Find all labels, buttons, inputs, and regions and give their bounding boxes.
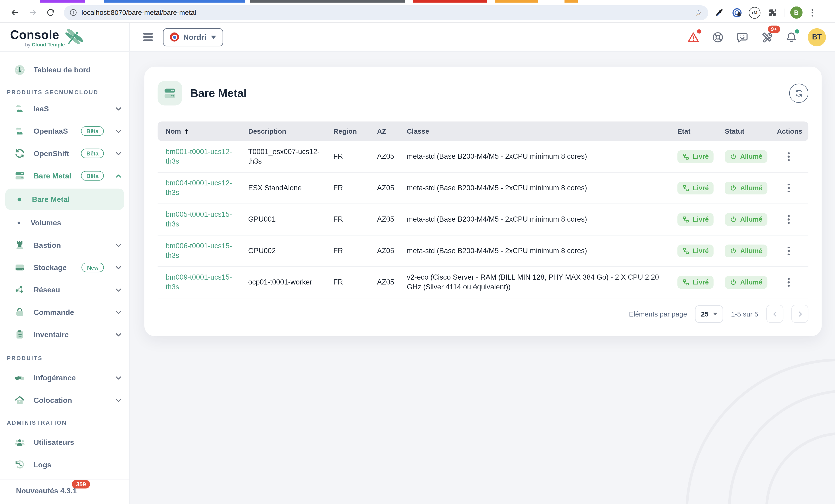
support-button[interactable] xyxy=(710,29,726,45)
house-icon xyxy=(14,394,26,406)
logo-brand: Cloud Temple xyxy=(32,42,65,47)
sidebar-subitem-volumes[interactable]: Volumes xyxy=(0,211,129,234)
browser-profile-avatar[interactable]: B xyxy=(790,6,802,19)
server-link[interactable]: bm009-t0001-ucs15-th3s xyxy=(166,273,232,291)
server-link[interactable]: bm005-t0001-ucs15-th3s xyxy=(166,210,232,228)
cell-description: T0001_esx007-ucs12-th3s xyxy=(248,147,333,166)
password-manager-extension-icon[interactable] xyxy=(731,7,743,19)
server-link[interactable]: bm004-t0001-ucs12-th3s xyxy=(166,179,232,197)
eyedropper-extension-icon[interactable] xyxy=(714,7,726,19)
power-icon xyxy=(730,153,737,160)
server-link[interactable]: bm006-t0001-ucs15-th3s xyxy=(166,242,232,259)
table-row: bm006-t0001-ucs15-th3s GPU002 FR AZ05 me… xyxy=(158,236,809,267)
reload-icon xyxy=(46,8,55,17)
sidebar-item-dashboard[interactable]: Tableau de bord xyxy=(0,59,129,81)
sidebar-item-reseau[interactable]: Réseau xyxy=(0,279,129,301)
table-row: bm004-t0001-ucs12-th3s ESX StandAlone FR… xyxy=(158,173,809,204)
forward-icon xyxy=(28,8,37,17)
order-bag-icon xyxy=(14,306,26,318)
sidebar-item-openiaas[interactable]: OpenIaaS Bêta xyxy=(0,120,129,142)
sidebar-item-label: Réseau xyxy=(34,286,107,294)
chevron-down-icon xyxy=(115,397,122,404)
cell-statut: Allumé xyxy=(718,276,770,289)
chevron-up-icon xyxy=(115,173,122,179)
alerts-button[interactable] xyxy=(686,29,701,45)
column-header-description[interactable]: Description xyxy=(248,127,333,135)
beta-badge: Bêta xyxy=(81,149,104,158)
table-row: bm005-t0001-ucs15-th3s GPU001 FR AZ05 me… xyxy=(158,204,809,235)
power-badge: Allumé xyxy=(725,276,767,289)
alert-dot-badge xyxy=(697,29,701,33)
sidebar-item-inventaire[interactable]: Inventaire xyxy=(0,323,129,346)
history-clock-icon xyxy=(14,459,26,470)
sidebar-item-colocation[interactable]: Colocation xyxy=(0,389,129,411)
extensions-zone: rM B xyxy=(714,6,816,19)
page-size-select[interactable]: 25 xyxy=(695,305,723,323)
column-header-nom[interactable]: Nom xyxy=(158,127,248,135)
extensions-puzzle-icon[interactable] xyxy=(766,7,778,19)
user-avatar[interactable]: BT xyxy=(808,28,826,46)
column-header-az[interactable]: AZ xyxy=(377,127,407,135)
sidebar-item-bastion[interactable]: Bastion xyxy=(0,234,129,256)
cell-statut: Allumé xyxy=(718,213,770,226)
sidebar-subitem-bare-metal[interactable]: Bare Metal xyxy=(5,189,124,210)
column-header-classe[interactable]: Classe xyxy=(407,127,671,135)
tools-button[interactable]: 9+ xyxy=(759,29,775,45)
browser-menu-button[interactable] xyxy=(808,9,816,16)
refresh-button[interactable] xyxy=(789,83,809,103)
row-actions-button[interactable] xyxy=(781,215,796,224)
sidebar-item-openshift[interactable]: OpenShift Bêta xyxy=(0,142,129,164)
sidebar-item-label: Stockage xyxy=(34,263,74,272)
back-icon xyxy=(10,8,19,17)
sidebar-item-logs[interactable]: Logs xyxy=(0,453,129,476)
cell-az: AZ05 xyxy=(377,183,407,193)
rm-extension-icon[interactable]: rM xyxy=(749,7,760,19)
sidebar-item-iaas[interactable]: IaaS xyxy=(0,98,129,120)
cell-region: FR xyxy=(333,246,377,256)
bookmark-star-icon[interactable]: ☆ xyxy=(695,8,702,17)
sidebar-item-infogerance[interactable]: Infogérance xyxy=(0,367,129,389)
menu-toggle-button[interactable] xyxy=(143,33,153,41)
notifications-button[interactable] xyxy=(783,29,799,45)
sidebar-item-stockage[interactable]: Stockage New xyxy=(0,256,129,279)
cell-region: FR xyxy=(333,183,377,193)
chevron-down-icon xyxy=(115,331,122,338)
tenant-selector[interactable]: Nordri xyxy=(163,28,223,46)
bare-metal-server-icon xyxy=(158,81,182,106)
column-header-statut[interactable]: Statut xyxy=(718,127,770,135)
tab-group-red xyxy=(413,0,487,3)
paginator: Eléments par page 25 1-5 sur 5 xyxy=(158,302,809,326)
openshift-sync-icon xyxy=(14,147,26,159)
cell-name: bm006-t0001-ucs15-th3s xyxy=(158,241,248,261)
row-actions-button[interactable] xyxy=(781,184,796,193)
row-actions-button[interactable] xyxy=(781,246,796,255)
cell-actions xyxy=(770,152,809,161)
inventory-clipboard-icon xyxy=(14,329,26,341)
sidebar-item-commande[interactable]: Commande xyxy=(0,301,129,323)
cell-actions xyxy=(770,246,809,255)
row-actions-button[interactable] xyxy=(781,278,796,287)
feedback-button[interactable] xyxy=(734,29,750,45)
row-actions-button[interactable] xyxy=(781,152,796,161)
previous-page-button[interactable] xyxy=(766,305,783,323)
sidebar-item-utilisateurs[interactable]: Utilisateurs xyxy=(0,431,129,453)
site-info-icon[interactable] xyxy=(69,8,77,17)
browser-tab-strip xyxy=(0,0,835,3)
cell-etat: Livré xyxy=(671,150,718,163)
cell-etat: Livré xyxy=(671,276,718,289)
bastion-tower-icon xyxy=(14,239,26,251)
whats-new-link[interactable]: Nouveautés 4.3.1 xyxy=(16,486,77,495)
back-button[interactable] xyxy=(7,5,21,20)
next-page-button[interactable] xyxy=(791,305,808,323)
url-text[interactable]: localhost:8070/bare-metal/bare-metal xyxy=(81,8,695,17)
column-header-region[interactable]: Region xyxy=(333,127,377,135)
url-bar[interactable]: localhost:8070/bare-metal/bare-metal ☆ xyxy=(64,5,708,20)
sidebar-item-bare-metal[interactable]: Bare Metal Bêta xyxy=(0,164,129,187)
chevron-down-icon xyxy=(115,374,122,381)
column-header-etat[interactable]: Etat xyxy=(671,127,718,135)
sidebar-item-label: Bastion xyxy=(34,241,107,249)
reload-button[interactable] xyxy=(44,5,58,20)
server-link[interactable]: bm001-t0001-ucs12-th3s xyxy=(166,147,232,165)
forward-button[interactable] xyxy=(25,5,39,20)
cell-az: AZ05 xyxy=(377,215,407,224)
